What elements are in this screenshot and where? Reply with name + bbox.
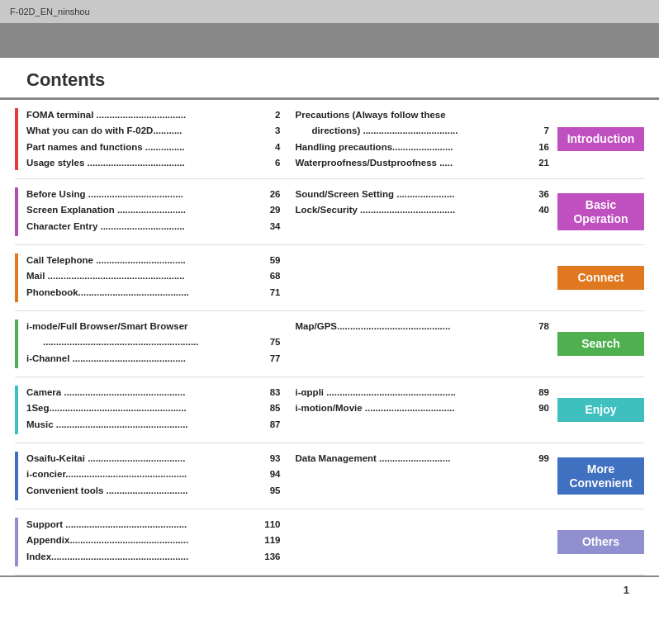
entry-left-others-0: Support ................................… — [26, 518, 281, 532]
right-col-others — [287, 518, 550, 566]
right-col-basic-operation: Sound/Screen Setting ...................… — [287, 187, 550, 236]
right-col-search: Map/GPS.................................… — [287, 320, 550, 368]
entry-label: i-motion/Movie .........................… — [296, 401, 455, 415]
entry-page: 4 — [258, 140, 281, 154]
entry-page: 78 — [526, 320, 549, 334]
entry-label: i-αppli ................................… — [296, 386, 456, 400]
entry-label: Appendix................................… — [26, 533, 188, 547]
entry-page: 87 — [258, 418, 281, 432]
tab-enjoy[interactable]: Enjoy — [557, 398, 644, 422]
entry-right-introduction-3: Waterproofness/Dustproofness .....21 — [296, 156, 550, 170]
entry-page: 136 — [258, 550, 281, 564]
cols-wrap-connect: Call Telephone .........................… — [15, 253, 549, 302]
entry-label: ........................................… — [26, 335, 199, 349]
entry-page: 94 — [258, 467, 281, 481]
tab-col-others: Others — [549, 518, 644, 566]
entry-label: FOMA terminal ..........................… — [26, 108, 186, 122]
entry-page: 85 — [258, 401, 281, 415]
entry-label: Camera .................................… — [26, 386, 185, 400]
entry-page: 26 — [258, 187, 281, 201]
entry-label: Call Telephone .........................… — [26, 253, 186, 268]
entry-left-search-0: i-mode/Full Browser/Smart Browser — [26, 320, 281, 334]
tab-col-introduction: Introduction — [549, 108, 644, 170]
entry-right-search-0: Map/GPS.................................… — [296, 320, 550, 334]
left-col-basic-operation: Before Using ...........................… — [15, 187, 287, 236]
section-enjoy: Camera .................................… — [15, 377, 644, 443]
entry-label: Music ..................................… — [26, 418, 188, 432]
entry-label: Lock/Security ..........................… — [296, 203, 456, 217]
right-col-connect — [287, 253, 550, 302]
entry-label: Map/GPS.................................… — [296, 320, 451, 334]
footer-bar: 1 — [0, 575, 659, 602]
left-col-enjoy: Camera .................................… — [15, 386, 287, 434]
entry-left-others-2: Index...................................… — [26, 550, 281, 564]
cols-wrap-search: i-mode/Full Browser/Smart Browser.......… — [15, 320, 549, 368]
left-col-introduction: FOMA terminal ..........................… — [15, 108, 287, 170]
cols-wrap-basic-operation: Before Using ...........................… — [15, 187, 549, 236]
tab-col-basic-operation: Basic Operation — [549, 187, 644, 236]
entry-left-introduction-3: Usage styles ...........................… — [26, 156, 281, 170]
entry-page: 6 — [258, 156, 281, 170]
tab-search[interactable]: Search — [557, 332, 644, 356]
entry-left-basic-operation-0: Before Using ...........................… — [26, 187, 281, 201]
entry-left-more-convenient-1: i-concier...............................… — [26, 467, 281, 481]
entry-page: 36 — [526, 187, 549, 201]
cols-wrap-others: Support ................................… — [15, 518, 549, 566]
entry-label: 1Seg....................................… — [26, 401, 187, 415]
tab-col-search: Search — [549, 320, 644, 368]
header-gray-bar — [0, 23, 659, 58]
entry-page: 89 — [526, 386, 549, 400]
entry-label: Sound/Screen Setting ...................… — [296, 187, 455, 201]
entry-right-basic-operation-1: Lock/Security ..........................… — [296, 203, 550, 217]
left-col-others: Support ................................… — [15, 518, 287, 566]
entry-page: 21 — [526, 156, 549, 170]
entry-page: 71 — [258, 286, 281, 300]
entry-left-enjoy-0: Camera .................................… — [26, 386, 281, 400]
entry-label: i-mode/Full Browser/Smart Browser — [26, 320, 188, 334]
entry-page: 16 — [526, 140, 549, 154]
tab-more-convenient[interactable]: More Convenient — [557, 457, 644, 495]
entry-right-basic-operation-0: Sound/Screen Setting ...................… — [296, 187, 550, 201]
tab-basic-operation[interactable]: Basic Operation — [557, 193, 644, 231]
entry-left-others-1: Appendix................................… — [26, 533, 281, 547]
entry-label: Index...................................… — [26, 550, 188, 564]
entry-label: Osaifu-Keitai ..........................… — [26, 452, 185, 466]
entry-label: i-concier...............................… — [26, 467, 187, 481]
entry-page: 68 — [258, 269, 281, 283]
entry-page: 59 — [258, 253, 281, 268]
entry-label: Data Management ........................… — [296, 452, 451, 466]
right-col-more-convenient: Data Management ........................… — [287, 452, 550, 500]
right-col-introduction: Precautions (Always follow thesedirectio… — [287, 108, 550, 170]
entry-right-introduction-0: Precautions (Always follow these — [296, 108, 550, 122]
entry-page: 2 — [258, 108, 281, 122]
left-col-more-convenient: Osaifu-Keitai ..........................… — [15, 452, 287, 500]
entry-page: 93 — [258, 452, 281, 466]
cols-wrap-more-convenient: Osaifu-Keitai ..........................… — [15, 452, 549, 500]
left-col-search: i-mode/Full Browser/Smart Browser.......… — [15, 320, 287, 368]
entry-left-connect-0: Call Telephone .........................… — [26, 253, 281, 268]
entry-left-basic-operation-1: Screen Explanation .....................… — [26, 203, 281, 217]
tab-connect[interactable]: Connect — [557, 266, 644, 290]
tab-others[interactable]: Others — [557, 530, 644, 554]
entry-label: What you can do with F-02D........... — [26, 124, 182, 138]
entry-left-enjoy-2: Music ..................................… — [26, 418, 281, 432]
left-col-connect: Call Telephone .........................… — [15, 253, 287, 302]
entry-left-more-convenient-0: Osaifu-Keitai ..........................… — [26, 452, 281, 466]
entry-left-introduction-0: FOMA terminal ..........................… — [26, 108, 281, 122]
entry-label: Waterproofness/Dustproofness ..... — [296, 156, 453, 170]
entry-right-introduction-2: Handling precautions....................… — [296, 140, 550, 154]
entry-page: 29 — [258, 203, 281, 217]
entry-label: directions) ............................… — [296, 124, 458, 138]
entry-page: 99 — [526, 452, 549, 466]
entry-right-introduction-1: directions) ............................… — [296, 124, 550, 138]
entry-right-more-convenient-0: Data Management ........................… — [296, 452, 550, 466]
entry-label: Before Using ...........................… — [26, 187, 183, 201]
entry-label: Phonebook...............................… — [26, 286, 189, 300]
filename-label: F-02D_EN_ninshou — [10, 7, 90, 17]
entry-left-enjoy-1: 1Seg....................................… — [26, 401, 281, 415]
tab-introduction[interactable]: Introduction — [557, 127, 644, 151]
entry-left-introduction-1: What you can do with F-02D...........3 — [26, 124, 281, 138]
entry-page: 90 — [526, 401, 549, 415]
entry-page — [258, 320, 281, 334]
cols-wrap-introduction: FOMA terminal ..........................… — [15, 108, 549, 170]
